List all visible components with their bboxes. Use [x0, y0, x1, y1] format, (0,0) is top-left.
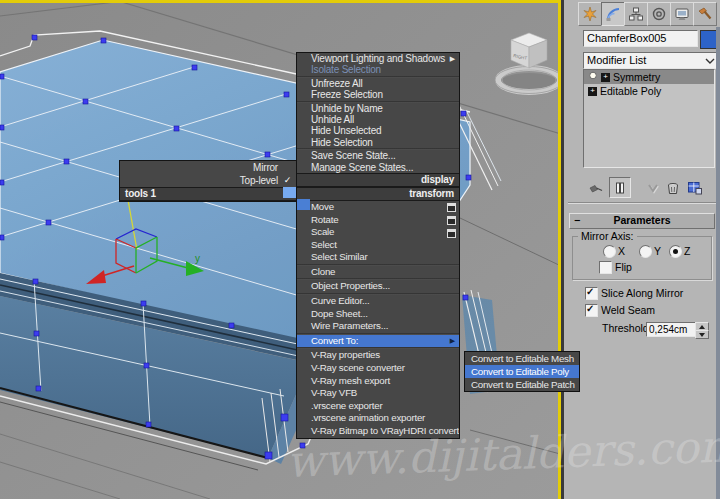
menu-item-wire-parameters[interactable]: Wire Parameters...	[297, 320, 459, 333]
menu-item-convert-editable-patch[interactable]: Convert to Editable Patch	[465, 378, 579, 391]
menu-item-save-scene-state[interactable]: Save Scene State...	[297, 150, 459, 161]
menu-item-freeze-selection[interactable]: Freeze Selection	[297, 89, 459, 100]
show-end-result-icon	[612, 180, 628, 196]
light-bulb-icon	[588, 71, 598, 83]
menu-item-hide-selection[interactable]: Hide Selection	[297, 137, 459, 148]
menu-item-convert-editable-poly[interactable]: Convert to Editable Poly	[465, 365, 579, 378]
tab-hierarchy[interactable]	[624, 2, 648, 26]
menu-item-convert-to[interactable]: Convert To:▶	[297, 335, 459, 348]
pin-stack-button[interactable]	[584, 177, 606, 198]
menu-item-unhide-all[interactable]: Unhide All	[297, 114, 459, 125]
spinner-up-icon	[699, 325, 705, 329]
quad-title-tools: tools 1	[120, 187, 296, 201]
active-viewport-border-top	[0, 0, 561, 3]
command-panel: Modifier List + Symmetry + Editable Poly	[564, 0, 720, 499]
expand-icon[interactable]: +	[601, 73, 610, 82]
menu-item-vray-properties[interactable]: V-Ray properties	[297, 349, 459, 362]
display-icon	[674, 6, 690, 22]
modifier-list-label: Modifier List	[587, 54, 646, 66]
slice-along-mirror-label: Slice Along Mirror	[601, 287, 683, 299]
flip-checkbox[interactable]	[599, 261, 612, 274]
radio-axis-z[interactable]	[669, 245, 682, 258]
chevron-down-icon	[705, 57, 715, 65]
menu-item-vray-vfb[interactable]: V-Ray VFB	[297, 387, 459, 400]
threshold-spinner-down[interactable]	[695, 330, 709, 339]
threshold-label: Threshold:	[602, 322, 652, 334]
hierarchy-icon	[628, 6, 644, 22]
collapse-icon: −	[574, 214, 580, 227]
menu-item-vray-scene-converter[interactable]: V-Ray scene converter	[297, 362, 459, 375]
axis-y-label: Y	[654, 245, 661, 257]
menu-item-isolate-selection[interactable]: Isolate Selection	[297, 64, 459, 75]
mirror-axis-groupbox	[572, 236, 712, 280]
menu-item-rotate[interactable]: Rotate	[297, 214, 459, 227]
modify-icon	[605, 6, 621, 22]
modifier-row-editable-poly[interactable]: + Editable Poly	[584, 84, 714, 98]
tab-create[interactable]	[578, 2, 602, 26]
menu-item-vray-mesh-export[interactable]: V-Ray mesh export	[297, 375, 459, 388]
weld-seam-label: Weld Seam	[601, 304, 655, 316]
modifier-label: Symmetry	[613, 70, 660, 84]
menu-item-viewport-lighting-shadows[interactable]: Viewport Lighting and Shadows▶	[297, 53, 459, 64]
object-color-swatch[interactable]	[700, 30, 717, 49]
modifier-list-dropdown[interactable]: Modifier List	[583, 52, 719, 69]
radio-axis-y[interactable]	[639, 245, 652, 258]
slice-along-mirror-checkbox[interactable]: ✓	[585, 287, 598, 300]
modifier-row-symmetry[interactable]: + Symmetry	[584, 70, 714, 84]
quad-menu-display-transform: Viewport Lighting and Shadows▶ Isolate S…	[296, 52, 460, 439]
menu-item-mirror[interactable]: Mirror	[120, 161, 296, 174]
utilities-icon	[697, 6, 713, 22]
settings-icon[interactable]	[447, 203, 456, 212]
convert-to-submenu: Convert to Editable Mesh Convert to Edit…	[464, 351, 580, 392]
make-unique-button[interactable]	[642, 177, 664, 198]
menu-item-vrscene-exporter[interactable]: .vrscene exporter	[297, 400, 459, 413]
tab-modify[interactable]	[601, 2, 625, 26]
checkmark-icon: ✓	[586, 303, 594, 314]
weld-seam-checkbox[interactable]: ✓	[585, 304, 598, 317]
menu-item-unhide-by-name[interactable]: Unhide by Name	[297, 103, 459, 114]
menu-item-unfreeze-all[interactable]: Unfreeze All	[297, 78, 459, 89]
pin-stack-icon	[587, 180, 603, 196]
quad-title-transform: transform	[297, 187, 459, 201]
axis-x-label: X	[618, 245, 625, 257]
quad-title-display: display	[297, 173, 459, 187]
tab-utilities[interactable]	[693, 2, 717, 26]
panel-scrollbar[interactable]	[716, 27, 720, 499]
menu-item-vrscene-animation-exporter[interactable]: .vrscene animation exporter	[297, 412, 459, 425]
menu-item-top-level[interactable]: Top-level✓	[120, 174, 296, 187]
parameters-rollout-header[interactable]: − Parameters	[569, 213, 715, 229]
menu-item-convert-editable-mesh[interactable]: Convert to Editable Mesh	[465, 352, 579, 365]
threshold-field[interactable]: 0,254cm	[646, 322, 697, 337]
radio-axis-x[interactable]	[603, 245, 616, 258]
menu-item-manage-scene-states[interactable]: Manage Scene States...	[297, 162, 459, 173]
object-name-field[interactable]	[583, 30, 698, 47]
show-end-result-button[interactable]	[609, 177, 631, 198]
menu-item-vray-bitmap-converter[interactable]: V-Ray Bitmap to VRayHDRI converter	[297, 425, 459, 438]
axis-z-label: Z	[684, 245, 690, 257]
rollout-title: Parameters	[613, 214, 670, 226]
settings-icon[interactable]	[447, 229, 456, 238]
settings-icon[interactable]	[447, 216, 456, 225]
mirror-axis-label: Mirror Axis:	[578, 230, 637, 242]
checkmark-icon: ✓	[586, 286, 594, 297]
menu-item-move[interactable]: Move	[297, 201, 459, 214]
menu-item-hide-unselected[interactable]: Hide Unselected	[297, 125, 459, 136]
menu-item-curve-editor[interactable]: Curve Editor...	[297, 295, 459, 308]
tab-display[interactable]	[670, 2, 694, 26]
menu-item-select-similar[interactable]: Select Similar	[297, 251, 459, 264]
menu-item-select[interactable]: Select	[297, 239, 459, 252]
create-icon	[582, 6, 598, 22]
menu-item-clone[interactable]: Clone	[297, 266, 459, 279]
configure-modifier-sets-button[interactable]	[684, 177, 706, 198]
menu-item-dope-sheet[interactable]: Dope Sheet...	[297, 308, 459, 321]
menu-item-scale[interactable]: Scale	[297, 226, 459, 239]
menu-item-object-properties[interactable]: Object Properties...	[297, 280, 459, 293]
quad-menu-tools: Mirror Top-level✓ tools 1	[119, 160, 297, 202]
submenu-arrow-icon: ▶	[450, 53, 455, 64]
expand-icon[interactable]: +	[588, 87, 597, 96]
gizmo-y-label: y	[195, 253, 200, 264]
remove-modifier-button[interactable]	[662, 177, 684, 198]
tab-motion[interactable]	[647, 2, 671, 26]
viewport-scene[interactable]: y RIGHT	[0, 0, 564, 499]
quad-center-marker	[297, 199, 310, 210]
